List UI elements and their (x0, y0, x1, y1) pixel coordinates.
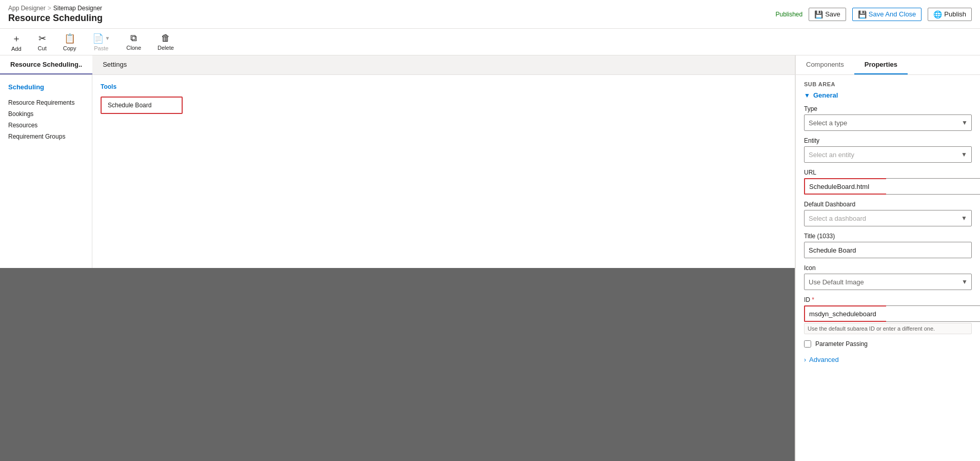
title-label: Title (1033) (804, 233, 972, 240)
entity-label: Entity (804, 137, 972, 144)
advanced-section[interactable]: › Advanced (804, 354, 972, 366)
add-button[interactable]: ＋ Add (8, 30, 25, 54)
dashboard-select[interactable]: Select a dashboard ▼ (804, 210, 972, 226)
paste-icon: 📄 (92, 33, 104, 44)
save-button[interactable]: 💾 Save (809, 8, 846, 21)
entity-chevron: ▼ (961, 151, 967, 158)
clone-icon: ⧉ (130, 33, 137, 44)
tab-properties[interactable]: Properties (854, 55, 908, 74)
id-row (804, 305, 972, 322)
id-input[interactable] (804, 305, 886, 322)
breadcrumb-separator: > (48, 5, 51, 12)
delete-button[interactable]: 🗑 Delete (154, 31, 177, 53)
clone-button[interactable]: ⧉ Clone (123, 31, 144, 53)
breadcrumb-app-designer[interactable]: App Designer (8, 5, 46, 12)
save-label: Save (825, 10, 840, 18)
paste-button[interactable]: 📄 ▼ Paste (89, 31, 113, 53)
title-field-group: Title (1033) (804, 233, 972, 258)
panel-tabs: Resource Scheduling.. Settings (0, 55, 795, 75)
save-close-icon: 💾 (858, 10, 867, 18)
url-input-ext[interactable] (886, 178, 980, 195)
dashboard-field-group: Default Dashboard Select a dashboard ▼ (804, 201, 972, 226)
id-hint: Use the default subarea ID or enter a di… (804, 323, 972, 334)
type-select-wrap: Select a type ▼ (804, 114, 972, 131)
delete-icon: 🗑 (161, 33, 170, 44)
icon-select[interactable]: Use Default Image (804, 274, 972, 290)
general-section-header[interactable]: ▼ General (804, 91, 972, 99)
copy-label: Copy (63, 45, 76, 51)
advanced-label: Advanced (809, 356, 839, 363)
publish-label: Publish (944, 10, 966, 18)
sitemap-content: Scheduling Resource Requirements Booking… (0, 75, 795, 268)
copy-button[interactable]: 📋 Copy (60, 31, 80, 53)
save-icon: 💾 (814, 10, 823, 18)
group-item-bookings[interactable]: Bookings (8, 108, 84, 120)
app-title: Resource Scheduling (8, 13, 103, 24)
url-field-group: URL (804, 169, 972, 195)
published-badge: Published (775, 11, 802, 18)
cut-button[interactable]: ✂ Cut (35, 31, 50, 53)
top-bar-left: App Designer > Sitemap Designer Resource… (8, 5, 103, 24)
id-label: ID (804, 296, 972, 303)
tab-resource-scheduling[interactable]: Resource Scheduling.. (0, 55, 92, 74)
url-row (804, 178, 972, 195)
url-label: URL (804, 169, 972, 176)
entity-field-group: Entity Select an entity ▼ (804, 137, 972, 163)
group-title[interactable]: Scheduling (8, 83, 84, 91)
schedule-board-label: Schedule Board (108, 102, 151, 109)
delete-label: Delete (158, 45, 174, 51)
paste-label: Paste (94, 45, 108, 51)
copy-icon: 📋 (64, 33, 75, 44)
add-label: Add (11, 46, 22, 52)
gray-area (0, 268, 795, 461)
tab-settings[interactable]: Settings (92, 55, 137, 74)
cut-icon: ✂ (38, 33, 46, 44)
add-icon: ＋ (12, 32, 21, 45)
cut-label: Cut (38, 45, 47, 51)
toolbar: ＋ Add ✂ Cut 📋 Copy 📄 ▼ Paste ⧉ Clone 🗑 D… (0, 29, 980, 55)
entity-placeholder: Select an entity (809, 151, 854, 159)
publish-button[interactable]: 🌐 Publish (928, 8, 972, 21)
top-bar-right: Published 💾 Save 💾 Save And Close 🌐 Publ… (775, 8, 972, 21)
id-input-right[interactable] (886, 305, 980, 322)
param-passing-row: Parameter Passing (804, 340, 972, 348)
icon-select-wrap: Use Default Image ▼ (804, 274, 972, 290)
parameter-passing-checkbox[interactable] (804, 340, 811, 348)
tab-components[interactable]: Components (796, 55, 854, 74)
type-select[interactable]: Select a type (804, 114, 972, 131)
type-label: Type (804, 105, 972, 112)
save-and-close-button[interactable]: 💾 Save And Close (852, 8, 922, 21)
parameter-passing-label: Parameter Passing (815, 340, 868, 348)
url-input[interactable] (804, 178, 886, 195)
schedule-board-card[interactable]: Schedule Board (101, 97, 183, 114)
dashboard-chevron: ▼ (961, 215, 967, 222)
entity-select[interactable]: Select an entity ▼ (804, 146, 972, 163)
advanced-expand-icon: › (804, 356, 806, 363)
properties-panel: SUB AREA ▼ General Type Select a type ▼ … (796, 75, 980, 372)
group-item-resources[interactable]: Resources (8, 120, 84, 131)
breadcrumb: App Designer > Sitemap Designer (8, 5, 103, 12)
group-item-resource-requirements[interactable]: Resource Requirements (8, 97, 84, 108)
clone-label: Clone (126, 45, 141, 51)
breadcrumb-sitemap-designer: Sitemap Designer (53, 5, 102, 12)
collapse-icon: ▼ (804, 92, 810, 99)
id-field-group: ID Use the default subarea ID or enter a… (804, 296, 972, 334)
right-tabs: Components Properties (796, 55, 980, 75)
icon-label: Icon (804, 264, 972, 272)
dashboard-placeholder: Select a dashboard (809, 215, 866, 222)
save-and-close-label: Save And Close (869, 10, 916, 18)
type-field-group: Type Select a type ▼ (804, 105, 972, 131)
sitemap-groups: Scheduling Resource Requirements Booking… (0, 75, 92, 268)
title-input[interactable] (804, 242, 972, 258)
publish-icon: 🌐 (933, 10, 942, 18)
right-panel: Components Properties SUB AREA ▼ General… (795, 55, 980, 461)
left-panel: Resource Scheduling.. Settings Schedulin… (0, 55, 795, 461)
sitemap-items: Tools Schedule Board (92, 75, 795, 268)
paste-chevron: ▼ (105, 35, 110, 41)
main-layout: Resource Scheduling.. Settings Schedulin… (0, 55, 980, 461)
icon-field-group: Icon Use Default Image ▼ (804, 264, 972, 290)
general-label: General (813, 91, 838, 99)
group-item-requirement-groups[interactable]: Requirement Groups (8, 131, 84, 142)
top-bar: App Designer > Sitemap Designer Resource… (0, 0, 980, 29)
dashboard-label: Default Dashboard (804, 201, 972, 208)
